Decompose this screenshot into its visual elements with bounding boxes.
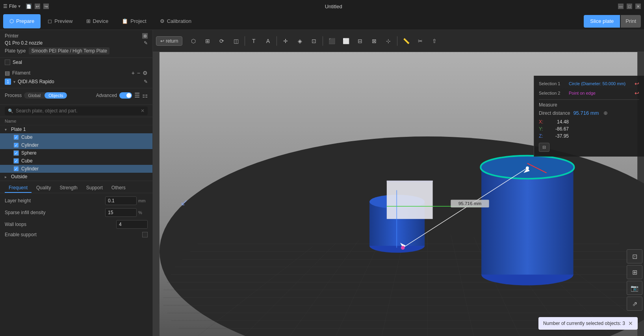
rotate-btn[interactable]: ◈ [293,35,306,47]
selection2-row: Selection 2 Point on edge ↩ [539,90,639,96]
plate-type-label: Plate type [5,48,26,54]
search-input[interactable] [16,108,138,114]
view1-btn[interactable]: ⬛ [325,35,338,47]
selection2-type: Point on edge [569,91,632,95]
filament-settings-btn[interactable]: ⚙ [143,70,148,76]
tab-quality[interactable]: Quality [32,183,55,193]
tree-check-cylinder2[interactable] [13,166,19,172]
tab-strength[interactable]: Strength [56,183,81,193]
tree-label-cube1: Cube [21,134,148,140]
title-bar: ☰ File ▾ 📄 ↩ ↪ Untitled — □ ✕ [0,0,644,13]
measure-tool-btn[interactable]: 📏 [400,35,412,47]
svg-point-41 [401,246,405,250]
tree-item-cylinder2[interactable]: Cylinder [0,165,152,173]
tree-check-sphere[interactable] [13,150,19,156]
redo-btn[interactable]: ↪ [43,4,49,9]
tab-project[interactable]: 📋 Project [115,14,152,28]
print-button[interactable]: Print [621,15,641,28]
layer-height-input[interactable] [105,196,137,205]
share-btn[interactable]: ⇧ [428,35,441,47]
filament-edit-btn[interactable]: ✎ [144,79,148,84]
wall-loops-spinbox: ▲ ▼ [116,220,148,229]
printer-settings-btn[interactable]: ⚙ [142,33,148,39]
selection1-reset-btn[interactable]: ↩ [635,80,639,87]
process-grid-btn[interactable]: ⚏ [142,91,148,99]
view2-btn[interactable]: ⬜ [340,35,352,47]
tree-item-sphere[interactable]: Sphere [0,149,152,157]
minimize-btn[interactable]: — [618,4,624,9]
tab-support[interactable]: Support [82,183,107,193]
text-btn[interactable]: A [262,35,274,47]
camera-reset-btn[interactable]: ⊡ [627,249,642,263]
x-coord-row: X: 14.48 [539,119,639,125]
move-btn[interactable]: T [247,35,260,47]
tree-header: Name [0,117,152,125]
tab-device[interactable]: ⊞ Device [80,14,115,28]
tab-frequent[interactable]: Frequent [5,183,32,193]
file-menu[interactable]: File [9,4,17,9]
tree-label-cube2: Cube [21,158,148,164]
toggle-objects[interactable]: Objects [45,92,67,99]
preview-icon: ◻ [48,18,52,24]
toggle-global[interactable]: Global [24,92,45,99]
menu-bar[interactable]: ☰ File ▾ [3,4,20,9]
tree-item-cube2[interactable]: Cube [0,157,152,165]
tree-check-cube1[interactable] [13,134,19,140]
view3-btn[interactable]: ⊟ [354,35,366,47]
tree-item-cylinder1[interactable]: Cylinder [0,141,152,149]
sparse-infill-input[interactable] [105,208,137,217]
transform-btn[interactable]: ✛ [279,35,292,47]
tab-preview[interactable]: ◻ Preview [41,14,79,28]
wall-loops-row: Wall loops ▲ ▼ [5,220,148,229]
slice-preview-btn[interactable]: ◫ [230,35,242,47]
tree-item-plate1[interactable]: ▾ Plate 1 [0,125,152,133]
tab-prepare[interactable]: ⬡ Prepare [3,14,41,28]
seal-checkbox[interactable] [5,60,10,65]
view5-btn[interactable]: ⊹ [382,35,395,47]
viewport[interactable]: ↩ return ⬡ ⊞ ⟳ ◫ T A ✛ ◈ ⊡ ⬛ ⬜ ⊟ ⊠ ⊹ 📏 ✂… [153,30,644,336]
grid-btn[interactable]: ⊞ [201,35,214,47]
cut-btn[interactable]: ✂ [414,35,427,47]
slice-plate-button[interactable]: Slice plate [584,15,620,28]
filament-remove-btn[interactable]: − [137,70,140,76]
selection2-reset-btn[interactable]: ↩ [635,90,639,96]
new-file-btn[interactable]: 📄 [26,4,32,9]
screenshot-btn[interactable]: 📷 [627,281,642,295]
fullscreen-btn[interactable]: ⊞ [627,265,642,279]
filament-add-btn[interactable]: + [132,70,135,76]
z-coord-row: Z: -37.95 [539,133,639,139]
search-clear-btn[interactable]: ✕ [141,108,145,114]
maximize-btn[interactable]: □ [627,4,632,9]
scale-btn[interactable]: ⊡ [308,35,320,47]
process-title: Process [5,93,22,98]
process-toggle-group: Global Objects [24,92,67,99]
tree-item-outside[interactable]: ▸ Outside [0,173,152,181]
return-btn[interactable]: ↩ return [156,36,182,46]
tree-item-cube1[interactable]: Cube [0,133,152,141]
selection1-label: Selection 1 [539,81,566,86]
tab-others[interactable]: Others [108,183,130,193]
settings-section: Layer height mm Sparse infill density % … [0,193,152,244]
copy-distance-btn[interactable]: ⊕ [603,110,608,116]
auto-arrange-btn[interactable]: ⟳ [215,35,228,47]
wall-loops-input[interactable] [117,220,153,228]
svg-point-42 [526,166,529,170]
printer-edit-btn[interactable]: ✎ [144,40,148,46]
tab-calibration[interactable]: ⚙ Calibration [154,14,198,28]
undo-btn[interactable]: ↩ [35,4,40,9]
z-axis-label: Z: [539,133,545,139]
share-view-btn[interactable]: ⇗ [627,297,642,311]
view4-btn[interactable]: ⊠ [368,35,380,47]
status-bar: Number of currently selected objects: 3 … [538,317,638,330]
y-axis-label: Y: [539,126,545,132]
snap-options-btn[interactable]: ⊟ [539,143,549,152]
advanced-toggle[interactable] [119,92,132,99]
close-btn[interactable]: ✕ [635,4,641,9]
tree-check-cube2[interactable] [13,158,19,164]
enable-support-checkbox[interactable] [142,232,148,237]
layer-height-unit: mm [138,198,148,203]
add-primitive-btn[interactable]: ⬡ [187,35,200,47]
tree-check-cylinder1[interactable] [13,142,19,148]
process-list-btn[interactable]: ☰ [134,91,140,99]
status-close-btn[interactable]: ✕ [628,320,633,327]
